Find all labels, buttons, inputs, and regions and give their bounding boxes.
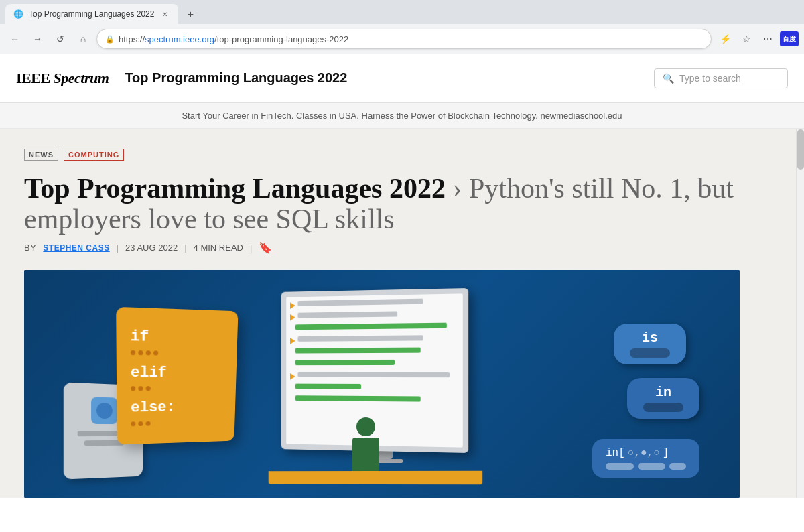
address-bar[interactable]: 🔒 https://spectrum.ieee.org/top-programm… (96, 29, 712, 49)
dot (138, 351, 143, 356)
by-label: BY (24, 243, 36, 253)
category-tags: NEWS COMPUTING (24, 149, 740, 161)
url-domain: spectrum.ieee.org (145, 34, 214, 44)
arrow-icon (290, 338, 295, 344)
header-page-title: Top Programming Languages 2022 (125, 70, 347, 86)
author-line: BY STEPHEN CASS | 23 AUG 2022 | 4 MIN RE… (24, 241, 740, 254)
tab-bar: 🌐 Top Programming Languages 2022 ✕ + (0, 0, 804, 24)
url-display: https://spectrum.ieee.org/top-programmin… (119, 34, 348, 44)
monitor-bottom-bar (269, 471, 482, 485)
dot (131, 421, 135, 426)
bookmark-button[interactable]: 🔖 (259, 241, 272, 254)
arrow-icon (290, 373, 295, 380)
page-content: IEEE Spectrum Top Programming Languages … (0, 54, 804, 498)
lightning-button[interactable]: ⚡ (716, 29, 734, 48)
code-line-green (295, 396, 421, 402)
bubble-pill-1 (630, 348, 670, 358)
bracket-pill (669, 463, 686, 470)
search-box[interactable]: 🔍 Type to search (654, 68, 788, 88)
dot (153, 351, 158, 356)
tab-favicon: 🌐 (13, 9, 23, 19)
browser-chrome: 🌐 Top Programming Languages 2022 ✕ + ← →… (0, 0, 804, 54)
code-row-7 (290, 372, 459, 381)
code-line (297, 312, 397, 318)
code-card: if elif (116, 307, 238, 445)
scrollbar-track[interactable] (796, 129, 804, 498)
scrollbar-thumb[interactable] (797, 129, 804, 170)
bracket-text: in[○,●,○] (606, 447, 686, 459)
hero-illustration: if elif (24, 270, 740, 498)
code-row-5 (290, 348, 459, 357)
code-line (297, 336, 423, 342)
tag-computing[interactable]: COMPUTING (64, 149, 124, 161)
code-line (297, 299, 423, 306)
site-logo: IEEE Spectrum (16, 70, 109, 87)
dot (131, 387, 135, 391)
new-tab-button[interactable]: + (181, 5, 200, 24)
bracket-pill (638, 463, 666, 470)
baidu-extension-button[interactable]: 百度 (780, 31, 799, 46)
refresh-button[interactable]: ↺ (51, 29, 70, 48)
code-monitor (279, 290, 480, 478)
dots-row-3 (131, 419, 222, 426)
tag-news[interactable]: NEWS (24, 149, 58, 161)
home-button[interactable]: ⌂ (74, 29, 92, 48)
content-area: NEWS COMPUTING Top Programming Languages… (0, 129, 804, 498)
dot (131, 350, 135, 355)
phone-icon-inner (96, 403, 113, 419)
article-container: NEWS COMPUTING Top Programming Languages… (0, 149, 764, 498)
dots-row-2 (131, 386, 223, 391)
tab-close-button[interactable]: ✕ (159, 9, 170, 19)
dot (146, 351, 151, 356)
search-placeholder-text: Type to search (679, 73, 741, 84)
bracket-pills (606, 463, 686, 470)
tab-title: Top Programming Languages 2022 (29, 9, 154, 19)
code-line-green (295, 323, 447, 330)
extensions-menu-button[interactable]: ⋯ (758, 29, 777, 48)
active-tab[interactable]: 🌐 Top Programming Languages 2022 ✕ (5, 4, 178, 24)
back-button[interactable]: ← (5, 29, 24, 48)
separator-2: | (184, 243, 186, 253)
dot (146, 387, 151, 391)
separator-1: | (117, 243, 119, 253)
read-time: 4 MIN READ (194, 243, 243, 253)
bubble-pill-2 (643, 403, 683, 412)
speech-bubble-1: is (614, 324, 686, 364)
search-icon: 🔍 (663, 73, 674, 84)
code-row-6 (290, 360, 459, 369)
browser-right-icons: ⚡ ☆ ⋯ 百度 (716, 29, 799, 48)
article-title-main: Top Programming Languages 2022 (24, 173, 446, 204)
article-wrapper: NEWS COMPUTING Top Programming Languages… (0, 129, 796, 498)
ad-banner: Start Your Career in FinTech. Classes in… (0, 103, 804, 129)
code-keyword-2: elif (131, 361, 224, 385)
bubble-text-2: in (655, 385, 671, 400)
bracket-code-box: in[○,●,○] (592, 439, 699, 478)
code-row-4 (290, 335, 459, 345)
security-icon: 🔒 (105, 35, 115, 44)
url-prefix: https:// (119, 34, 145, 44)
code-keyword-1: if (131, 324, 225, 350)
dot (138, 387, 143, 391)
bookmark-star-button[interactable]: ☆ (737, 29, 756, 48)
address-bar-row: ← → ↺ ⌂ 🔒 https://spectrum.ieee.org/top-… (0, 24, 804, 54)
dots-row-1 (131, 350, 224, 356)
ad-text: Start Your Career in FinTech. Classes in… (182, 111, 622, 121)
code-row-9 (290, 396, 459, 406)
forward-button[interactable]: → (28, 29, 47, 48)
author-link[interactable]: STEPHEN CASS (43, 243, 109, 253)
code-row-1 (290, 298, 459, 310)
separator-3: | (250, 243, 252, 253)
site-header: IEEE Spectrum Top Programming Languages … (0, 54, 804, 103)
url-path: /top-programming-languages-2022 (214, 34, 348, 44)
code-line-green (295, 348, 421, 354)
arrow-icon (290, 314, 295, 321)
person-head (356, 417, 375, 436)
code-keyword-3: else: (131, 396, 223, 421)
code-row-3 (290, 323, 459, 334)
speech-bubble-2: in (627, 378, 699, 419)
article-date: 23 AUG 2022 (125, 243, 178, 253)
speech-bubbles: is in (614, 324, 686, 419)
hero-image: if elif (24, 270, 740, 498)
code-line-green (295, 384, 361, 389)
code-line-green (295, 360, 395, 365)
